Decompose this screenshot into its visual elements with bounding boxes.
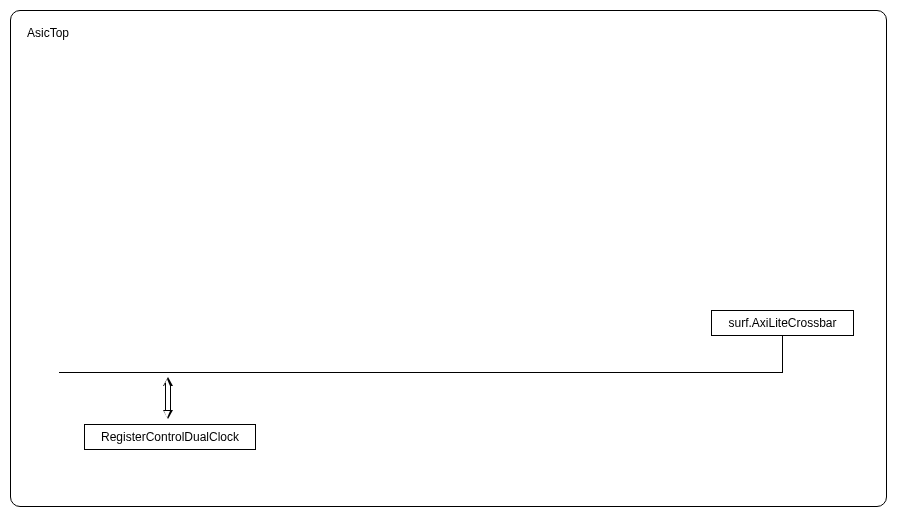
block-axilite-crossbar: surf.AxiLiteCrossbar — [711, 310, 854, 336]
block-axilite-crossbar-label: surf.AxiLiteCrossbar — [728, 316, 836, 330]
edge-bus-to-regctrl-bidir-icon — [162, 377, 174, 419]
block-register-control-dual-clock-label: RegisterControlDualClock — [101, 430, 239, 444]
diagram-canvas: AsicTop surf.AxiLiteCrossbar RegisterCon… — [0, 0, 900, 520]
container-title: AsicTop — [27, 26, 69, 40]
edge-bus-horizontal — [59, 372, 783, 373]
block-register-control-dual-clock: RegisterControlDualClock — [84, 424, 256, 450]
edge-crossbar-to-bus-vertical — [782, 336, 783, 372]
